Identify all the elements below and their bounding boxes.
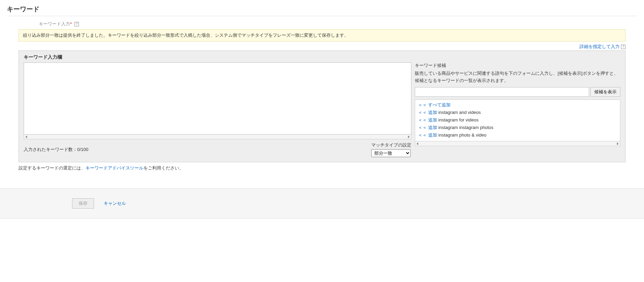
- count-value: 0/100: [77, 147, 89, 152]
- candidate-search-input[interactable]: [415, 87, 589, 97]
- help-icon[interactable]: ?: [74, 22, 79, 26]
- keyword-editor-panel: キーワード入力欄 入力されたキーワード数：0/100 マッチタイプの設定 部分一…: [19, 50, 625, 162]
- candidate-title: キーワード候補: [415, 62, 620, 69]
- textarea-hscrollbar[interactable]: [24, 134, 411, 139]
- save-button[interactable]: 保存: [72, 198, 94, 209]
- candidate-desc: 販売している商品やサービスに関連する語句を下のフォームに入力し、[候補を表示]ボ…: [415, 70, 620, 84]
- keyword-advice-tool-link[interactable]: キーワードアドバイスツール: [85, 165, 143, 171]
- keyword-input-label-row: キーワード入力* ?: [7, 21, 637, 27]
- show-candidates-button[interactable]: 候補を表示: [590, 87, 620, 97]
- help-icon[interactable]: ?: [621, 45, 625, 49]
- tool-hint: 設定するキーワードの選定には、キーワードアドバイスツールをご利用ください。: [19, 165, 625, 171]
- footer-bar: 保存 キャンセル: [0, 188, 644, 219]
- detail-input-link[interactable]: 詳細を指定して入力: [579, 44, 620, 49]
- candidate-list[interactable]: ＜＜ すべて追加 ＜＜ 追加 instagram and videos＜＜ 追加…: [415, 99, 620, 141]
- keyword-count: 入力されたキーワード数：0/100: [24, 146, 89, 153]
- candidate-item[interactable]: ＜＜ 追加 instagram for videos: [418, 116, 617, 124]
- match-type-label: マッチタイプの設定: [371, 142, 411, 148]
- candidate-add-all[interactable]: ＜＜ すべて追加: [418, 101, 617, 109]
- notice-bar: 絞り込み部分一致は提供を終了しました。キーワードを絞り込み部分一致形式で入稿した…: [19, 29, 625, 42]
- label-text: キーワード入力: [39, 21, 70, 26]
- page-title: キーワード: [7, 5, 637, 14]
- candidate-item[interactable]: ＜＜ 追加 instagram instagram photos: [418, 124, 617, 131]
- tool-hint-before: 設定するキーワードの選定には、: [19, 165, 85, 171]
- cancel-link[interactable]: キャンセル: [104, 201, 126, 206]
- required-mark: *: [70, 21, 72, 26]
- count-label: 入力されたキーワード数：: [24, 147, 77, 152]
- keyword-input-label: キーワード入力* ?: [7, 21, 79, 27]
- keyword-textarea[interactable]: [24, 62, 411, 134]
- candidate-hscrollbar[interactable]: [415, 141, 620, 146]
- candidate-item[interactable]: ＜＜ 追加 instagram and videos: [418, 109, 617, 116]
- divider: [7, 16, 637, 16]
- tool-hint-after: をご利用ください。: [143, 165, 184, 171]
- keyword-editor-title: キーワード入力欄: [24, 54, 620, 60]
- candidate-item[interactable]: ＜＜ 追加 instagram photo & video: [418, 131, 617, 139]
- match-type-select[interactable]: 部分一致: [371, 149, 411, 157]
